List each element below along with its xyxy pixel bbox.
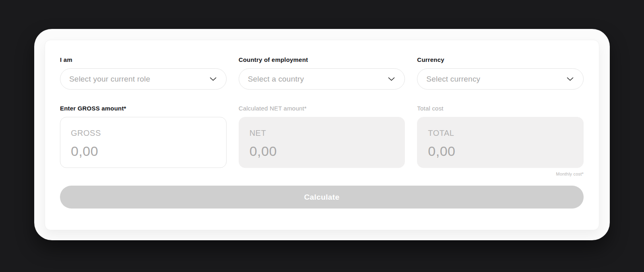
net-field: Calculated NET amount* NET 0,00 xyxy=(239,105,405,168)
total-cost-value: 0,00 xyxy=(428,143,574,159)
calculator-card: I am Select your current role Country of… xyxy=(34,29,610,240)
currency-field: Currency Select currency xyxy=(417,56,584,90)
total-label: Total cost xyxy=(417,105,584,112)
role-select-placeholder: Select your current role xyxy=(69,75,150,84)
net-label: Calculated NET amount* xyxy=(239,105,405,112)
total-field: Total cost TOTAL 0,00 xyxy=(417,105,584,168)
monthly-cost-note: Monthly cost* xyxy=(556,172,584,176)
currency-select[interactable]: Select currency xyxy=(417,68,584,90)
role-select[interactable]: Select your current role xyxy=(60,68,227,90)
net-amount-value: 0,00 xyxy=(250,143,395,159)
chevron-down-icon xyxy=(210,77,217,81)
chevron-down-icon xyxy=(567,77,574,81)
net-amount-output: NET 0,00 xyxy=(239,117,405,168)
country-field: Country of employment Select a country xyxy=(239,56,405,90)
calculator-panel: I am Select your current role Country of… xyxy=(45,40,599,230)
calculate-button[interactable]: Calculate xyxy=(60,186,584,209)
total-cost-output: TOTAL 0,00 xyxy=(417,117,584,168)
currency-label: Currency xyxy=(417,56,584,63)
gross-amount-input[interactable]: GROSS 0,00 xyxy=(60,117,227,168)
note-row: Monthly cost* xyxy=(60,170,584,175)
currency-select-placeholder: Select currency xyxy=(426,75,480,84)
role-label: I am xyxy=(60,56,227,63)
chevron-down-icon xyxy=(388,77,395,81)
selects-row: I am Select your current role Country of… xyxy=(60,56,584,90)
gross-field: Enter GROSS amount* GROSS 0,00 xyxy=(60,105,227,168)
country-label: Country of employment xyxy=(239,56,405,63)
amounts-row: Enter GROSS amount* GROSS 0,00 Calculate… xyxy=(60,105,584,168)
gross-amount-value: 0,00 xyxy=(71,143,217,159)
role-field: I am Select your current role xyxy=(60,56,227,90)
gross-box-label: GROSS xyxy=(71,129,217,138)
gross-label: Enter GROSS amount* xyxy=(60,105,227,112)
country-select[interactable]: Select a country xyxy=(239,68,405,90)
total-box-label: TOTAL xyxy=(428,129,574,138)
country-select-placeholder: Select a country xyxy=(248,75,304,84)
net-box-label: NET xyxy=(250,129,395,138)
